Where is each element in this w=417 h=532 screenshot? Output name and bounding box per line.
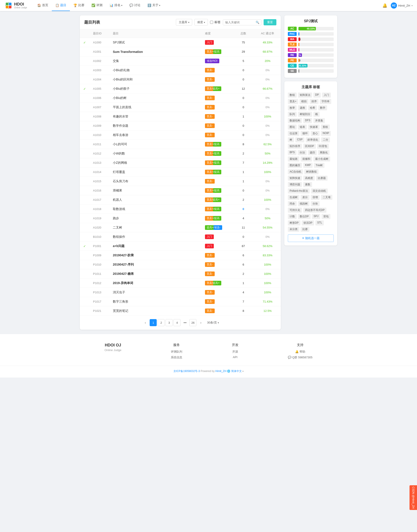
tag-item[interactable]: 高精度 [303,176,315,181]
tag-item[interactable]: 分块 [311,201,320,206]
reset-button[interactable]: 重置 [264,19,276,25]
tag-item[interactable]: 位运算 [288,131,299,136]
tag-item[interactable]: 素数 [303,182,312,187]
tag-item[interactable]: 树 [288,137,294,142]
nav-problems[interactable]: 📋 题目 [52,0,70,11]
tag-item[interactable]: Pollard-rho算法 [288,188,310,194]
problem-title-link[interactable]: 交集 [113,59,119,63]
nav-discuss[interactable]: 💬 讨论 [126,0,144,11]
tag-item[interactable]: 树形DP [288,220,300,225]
tag-item[interactable]: 循环 [301,131,309,136]
problem-title-link[interactable]: 宽宽的笔记 [113,309,128,313]
tag-item[interactable]: 树链剖分 [298,112,312,117]
tag-item[interactable]: 递归 [308,150,317,155]
problem-title-link[interactable]: 取数游戏 [113,207,125,211]
footer-judge-queue-link[interactable]: 评测队列 [171,350,182,354]
tag-item[interactable]: 区间DP [303,144,316,149]
tag-item[interactable]: 同余 [288,201,297,206]
tag-item[interactable]: 博弈问题 [288,182,302,187]
problem-title-link[interactable]: 相车去春游 [113,133,128,137]
tag-item[interactable]: DFS [303,118,312,123]
problem-title-link[interactable]: Sum Transformation [113,50,143,53]
problem-title-link[interactable]: 跑步 [113,216,119,220]
tag-item[interactable]: 比赛 [301,227,309,232]
problem-title-link[interactable]: 小W的数 [113,152,125,155]
tag-item[interactable]: 二叉堆 [321,195,332,200]
tag-item[interactable]: 图论 [288,125,297,130]
icp-link[interactable]: 京ICP备19058032号-3 [173,370,200,373]
language-link[interactable]: 简体中文 [231,370,242,373]
tag-item[interactable]: DP [313,93,321,98]
tag-item[interactable]: 模拟 [300,99,308,104]
tag-item[interactable]: 数组 [288,93,297,98]
tag-item[interactable]: 快速幂 [308,125,320,130]
problem-title-link[interactable]: 石头剪刀布 [113,179,128,183]
tag-item[interactable]: 入门 [322,93,331,98]
tag-item[interactable]: BFS [288,150,296,155]
footer-help-link[interactable]: 🔔 帮助 [288,350,312,354]
tag-item[interactable]: 普及+ [288,99,298,104]
tag-item[interactable]: 分治 [298,150,307,155]
tag-item[interactable]: SPJ [312,214,320,219]
tag-item[interactable]: CSP [295,137,304,142]
nav-about[interactable]: ℹ️ 关于 ▾ [144,0,164,11]
next-page-btn[interactable]: › [197,319,204,326]
tag-item[interactable]: 剪枝 [321,125,330,130]
tag-item[interactable]: 计数 [288,214,297,219]
problem-title-link[interactable]: 20190427-序列 [113,263,134,266]
tag-item[interactable]: NOIP [321,131,331,136]
problem-title-link[interactable]: 20190427-阶乘 [113,253,134,257]
tag-checkbox[interactable] [210,21,213,24]
tag-item[interactable]: 未分类 [288,227,299,232]
tag-item[interactable]: 前缀和 [301,156,312,162]
tag-item[interactable]: 矩阵算法 [298,93,312,98]
footer-qq-link[interactable]: 💬 Q群 598587305 [288,355,312,359]
problem-title-link[interactable]: 小Z的网格 [113,161,127,164]
tag-item[interactable]: 比赛题 [316,176,327,181]
problem-title-link[interactable]: 20190427-糖果 [113,272,134,275]
tag-item[interactable]: 数学 [318,105,327,110]
problem-title-link[interactable]: 小Biu的区间和 [113,78,133,81]
page-btn-3[interactable]: 3 [166,319,173,326]
tag-item[interactable]: 生成树 [288,195,299,200]
tag-item[interactable]: 栈 [313,112,320,117]
page-btn-1[interactable]: 1 [150,319,157,326]
user-section[interactable]: HZ Himit_ZH ▾ [391,2,413,9]
tag-item[interactable]: 链表 [298,125,307,130]
page-btn-4[interactable]: 4 [173,319,180,326]
problem-title-link[interactable]: 消灭虫子 [113,291,125,294]
nav-judge[interactable]: ✅ 评测 [88,0,106,11]
tag-item[interactable]: 数据结构 [288,118,302,123]
tag-item[interactable]: 排序 [310,99,318,104]
random-problem-btn[interactable]: ✕ 随机选一题 [288,234,334,242]
tag-item[interactable]: 并查集 [313,118,325,123]
tag-item[interactable]: 矩阵快速 [288,176,302,181]
tag-item[interactable]: 倍增 [311,195,320,200]
problem-title-link[interactable]: 滑橘果 [113,189,122,192]
problem-title-link[interactable]: 平面上的直线 [113,105,131,109]
page-btn-26[interactable]: 26 [189,319,196,326]
tag-item[interactable]: 二分 [321,137,330,142]
problem-title-link[interactable]: 小Biu的礼物 [113,68,130,72]
tag-item[interactable]: 回文自动机 [311,188,328,194]
tag-item[interactable]: 最小生成树 [313,156,330,162]
tag-item[interactable]: Trie树 [314,163,324,168]
tag-item[interactable]: 数位DP [298,214,311,219]
tag-item[interactable]: 四边形不等式DP [303,208,326,213]
problem-title-link[interactable]: 数组操作 [113,235,125,239]
problem-title-link[interactable]: 机器人 [113,198,122,201]
search-button[interactable]: 🔍 [254,20,261,25]
tag-item[interactable]: 最短路 [288,156,299,162]
tag-item[interactable]: 差分 [301,195,309,200]
difficulty-filter-btn[interactable]: 难度 ▾ [194,19,208,26]
problem-title-link[interactable]: 数字三角形 [113,300,128,303]
tag-item[interactable]: 字符串 [320,99,331,104]
footer-system-info-link[interactable]: 系统信息 [171,355,182,359]
tag-item[interactable]: 枚举 [288,105,297,110]
tag-item[interactable]: 01背包 [317,144,329,149]
tag-item[interactable]: 图的遍历 [288,163,302,168]
tag-item[interactable]: 贪心 [311,131,320,136]
footer-api-link[interactable]: API [232,355,239,359]
tag-item[interactable]: 线段树 [298,201,309,206]
tag-item[interactable]: AC自动机 [288,169,303,174]
